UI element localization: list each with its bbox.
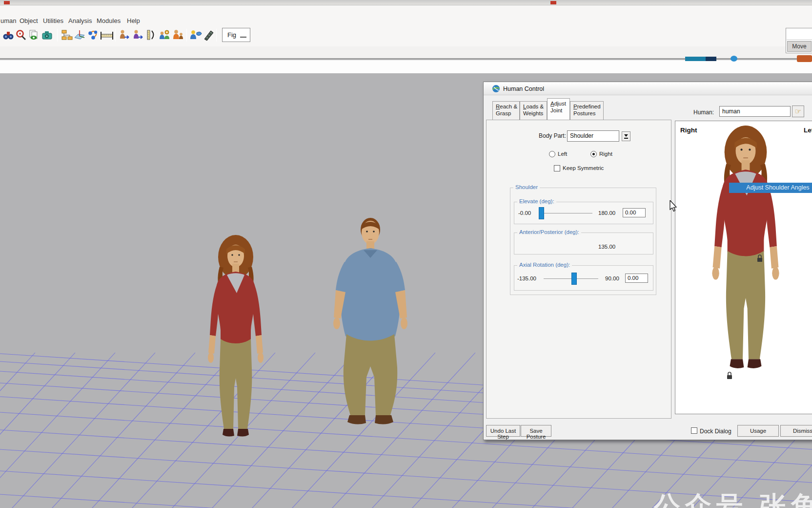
tab-label: Grasp <box>496 110 511 116</box>
tab-label: oads & <box>526 104 544 109</box>
axial-value-input[interactable]: 0.00 <box>625 274 648 283</box>
adjust-shoulder-banner: Adjust Shoulder Angles <box>729 183 812 193</box>
app-chrome: uman Object Utilities Analysis Modules H… <box>0 5 812 46</box>
fig-dropdown-dash-icon <box>240 37 246 38</box>
usage-button[interactable]: Usage <box>737 425 779 437</box>
axial-slider-handle[interactable] <box>571 273 577 285</box>
pointing-hand-icon: ☞ <box>795 107 801 115</box>
tab-label: djust <box>554 101 566 106</box>
elevate-slider-handle[interactable] <box>539 207 544 219</box>
tab-label: redefined <box>577 104 601 109</box>
human-tools-icon[interactable] <box>189 29 202 42</box>
body-part-dropdown-button[interactable] <box>622 131 630 141</box>
lock-icon[interactable] <box>726 371 733 380</box>
undo-last-step-button[interactable]: Undo Last Step <box>486 425 520 437</box>
save-posture-button[interactable]: Save Posture <box>521 425 551 437</box>
axial-slider-track[interactable] <box>544 278 598 279</box>
posture-scale-icon[interactable] <box>145 29 158 42</box>
tab-predefined-postures[interactable]: Predefined Postures <box>570 101 604 120</box>
body-part-label: Body Part: <box>516 132 566 139</box>
move-panel: Move <box>786 28 812 53</box>
elevate-label: Elevate (deg): <box>517 198 556 204</box>
human-control-dialog: Human Control Reach & Grasp Loads & Weig… <box>483 82 812 440</box>
shoulder-group-title: Shoulder <box>513 184 540 190</box>
shoulder-group: Shoulder Elevate (deg): -0.00 180.00 0.0… <box>510 188 656 295</box>
elevate-slider-track[interactable] <box>539 213 592 214</box>
keep-symmetric-label: Keep Symmetric <box>563 165 604 171</box>
watermark-text: 公众号 张鱼 <box>654 488 812 508</box>
menu-bar: uman Object Utilities Analysis Modules H… <box>0 17 439 28</box>
red-fragment-icon <box>550 1 556 4</box>
menu-object[interactable]: Object <box>20 17 38 24</box>
human-gears-icon[interactable] <box>158 29 171 42</box>
toolbar: Fig <box>0 28 812 45</box>
mouse-cursor <box>670 200 680 213</box>
elevate-max: 180.00 <box>598 210 615 216</box>
background-fragment <box>731 56 737 62</box>
preview-left-label: Left <box>804 127 812 134</box>
dock-dialog-label: Dock Dialog <box>700 428 731 435</box>
tab-reach-grasp[interactable]: Reach & Grasp <box>492 101 520 120</box>
tab-loads-weights[interactable]: Loads & Weights <box>520 101 547 120</box>
binoculars-icon[interactable] <box>2 29 15 42</box>
tab-adjust-joint[interactable]: Adjust Joint <box>547 98 570 120</box>
page-preview-icon[interactable] <box>27 29 40 42</box>
human-name-field[interactable]: human <box>719 106 791 117</box>
ruler-icon[interactable] <box>100 29 113 42</box>
toolbar-separator <box>57 29 58 42</box>
pick-human-button[interactable]: ☞ <box>792 106 804 117</box>
tab-label: Weights <box>523 110 543 116</box>
human-figure-woman[interactable] <box>189 233 282 455</box>
human-label: Human: <box>693 109 714 116</box>
move-panel-field[interactable] <box>787 29 812 40</box>
fig-dropdown-button[interactable]: Fig <box>222 28 250 42</box>
menu-human[interactable]: uman <box>0 17 17 24</box>
white-band <box>0 60 812 73</box>
human-copy-icon[interactable] <box>118 29 131 42</box>
red-fragment-icon <box>4 1 10 4</box>
axial-rotation-label: Axial Rotation (deg): <box>517 262 572 268</box>
lock-icon[interactable] <box>756 254 763 262</box>
tab-label: each & <box>500 104 517 109</box>
anterior-posterior-group: Anterior/Posterior (deg): 135.00 <box>514 233 653 254</box>
menu-utilities[interactable]: Utilities <box>43 17 63 24</box>
human-move-icon[interactable] <box>132 29 144 42</box>
camera-icon[interactable] <box>41 29 54 42</box>
org-tree-icon[interactable] <box>61 29 73 42</box>
down-arrow-icon <box>623 133 629 139</box>
toolbar-separator <box>186 29 187 42</box>
elevate-group: Elevate (deg): -0.00 180.00 0.00 <box>514 202 653 224</box>
axial-rotation-group: Axial Rotation (deg): -135.00 90.00 0.00 <box>514 265 653 291</box>
joint-links-icon[interactable] <box>87 29 100 42</box>
human-figure-man[interactable] <box>318 211 423 443</box>
background-fragment <box>797 55 812 62</box>
radio-right[interactable] <box>590 151 597 157</box>
tab-hotkey: A <box>550 101 554 106</box>
radio-left[interactable] <box>549 151 555 157</box>
background-window-strip <box>0 0 812 5</box>
keep-symmetric-checkbox[interactable] <box>554 165 560 171</box>
body-part-dropdown[interactable]: Shoulder <box>567 130 619 142</box>
dismiss-button[interactable]: Dismiss <box>780 425 812 437</box>
menu-analysis[interactable]: Analysis <box>68 17 92 24</box>
toolbar-separator <box>216 29 217 42</box>
menu-modules[interactable]: Modules <box>97 17 121 24</box>
posture-preview-panel[interactable]: Right Left Adjust Shoulder Angles <box>675 121 812 414</box>
preview-human-figure[interactable] <box>689 123 802 390</box>
dialog-title-bar[interactable]: Human Control <box>484 82 812 95</box>
elevate-value-input[interactable]: 0.00 <box>623 208 646 217</box>
human-family-icon[interactable] <box>172 29 184 42</box>
anterior-posterior-label: Anterior/Posterior (deg): <box>517 229 581 235</box>
plane-axes-icon[interactable] <box>73 29 86 42</box>
target-zoom-icon[interactable] <box>15 29 27 42</box>
dock-dialog-checkbox[interactable] <box>691 427 697 434</box>
measure-tape-icon[interactable] <box>203 29 215 42</box>
axial-min: -135.00 <box>517 275 536 281</box>
axial-max: 90.00 <box>605 275 619 281</box>
radio-right-label: Right <box>599 151 612 157</box>
human-control-globe-icon <box>492 85 500 93</box>
toolbar-separator <box>115 29 116 42</box>
menu-help[interactable]: Help <box>127 17 140 24</box>
move-button[interactable]: Move <box>787 41 812 52</box>
tab-hotkey: P <box>573 104 577 109</box>
